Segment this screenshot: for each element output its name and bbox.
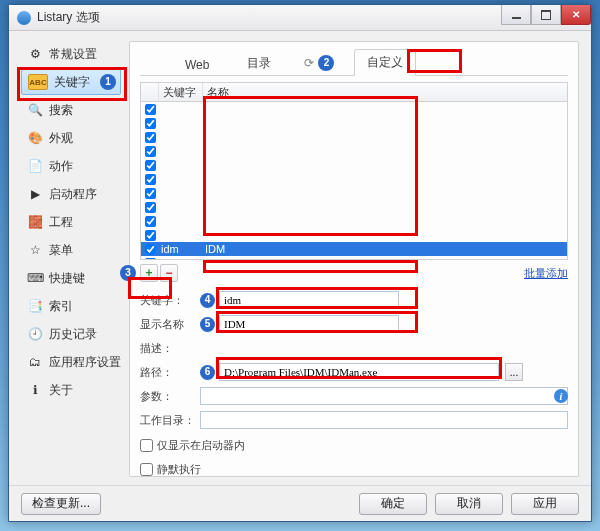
row-checkbox[interactable]: [145, 174, 156, 185]
cancel-button[interactable]: 取消: [435, 493, 503, 515]
check-update-button[interactable]: 检查更新...: [21, 493, 101, 515]
row-checkbox[interactable]: [145, 188, 156, 199]
sidebar-item-search[interactable]: 🔍 搜索: [21, 97, 121, 123]
gear-icon: ⚙: [27, 46, 43, 62]
tab-custom[interactable]: 自定义: [354, 49, 416, 76]
table-row-selected[interactable]: idmIDM: [141, 242, 567, 256]
button-label: 确定: [381, 496, 405, 510]
row-workdir: 工作目录：: [140, 410, 568, 430]
sidebar-item-about[interactable]: ℹ 关于: [21, 377, 121, 403]
sidebar-item-history[interactable]: 🕘 历史记录: [21, 321, 121, 347]
annotation-4: 4: [200, 293, 215, 308]
abc-icon: ABC: [28, 74, 48, 90]
table-row[interactable]: [141, 116, 567, 130]
row-checkbox[interactable]: [145, 132, 156, 143]
workdir-input[interactable]: [200, 411, 568, 429]
list-body[interactable]: idmIDM: [140, 102, 568, 260]
plus-icon: +: [145, 266, 152, 280]
tab-folders[interactable]: 目录: [234, 50, 284, 76]
label-displayname: 显示名称: [140, 317, 196, 332]
table-row[interactable]: [141, 200, 567, 214]
row-checkbox[interactable]: [145, 258, 156, 261]
desc-input[interactable]: [200, 339, 380, 357]
sidebar-item-label: 搜索: [49, 102, 73, 119]
sidebar-item-index[interactable]: 📑 索引: [21, 293, 121, 319]
table-row[interactable]: [141, 102, 567, 116]
sidebar-item-appearance[interactable]: 🎨 外观: [21, 125, 121, 151]
row-checkbox[interactable]: [145, 146, 156, 157]
annotation-2: 2: [318, 55, 334, 71]
sidebar-item-keywords[interactable]: ABC 关键字 1: [21, 69, 121, 95]
table-row[interactable]: [141, 214, 567, 228]
row-checkbox[interactable]: [145, 118, 156, 129]
ok-button[interactable]: 确定: [359, 493, 427, 515]
sidebar-item-general[interactable]: ⚙ 常规设置: [21, 41, 121, 67]
row-checkbox[interactable]: [145, 202, 156, 213]
label-path: 路径：: [140, 365, 196, 380]
path-input[interactable]: [219, 363, 499, 381]
row-checkbox[interactable]: [145, 230, 156, 241]
sidebar-item-label: 快捷键: [49, 270, 85, 287]
star-icon: ☆: [27, 242, 43, 258]
row-params: 参数： i: [140, 386, 568, 406]
row-admin: 以管理员权限执行: [140, 484, 568, 485]
table-row[interactable]: [141, 186, 567, 200]
row-displayname: 显示名称 5: [140, 314, 568, 334]
window-frame: Listary 选项 ⚙ 常规设置 ABC 关键字 1 🔍 搜索 🎨: [8, 4, 592, 522]
row-checkbox[interactable]: [145, 104, 156, 115]
label-keyword: 关键字：: [140, 293, 196, 308]
sidebar-item-label: 关键字: [54, 74, 90, 91]
sidebar-item-label: 关于: [49, 382, 73, 399]
sidebar-item-label: 常规设置: [49, 46, 97, 63]
row-checkbox[interactable]: [145, 216, 156, 227]
table-row[interactable]: [141, 172, 567, 186]
button-label: 应用: [533, 496, 557, 510]
sidebar-item-launch[interactable]: ▶ 启动程序: [21, 181, 121, 207]
table-row[interactable]: [141, 256, 567, 260]
col-keyword[interactable]: 关键字: [159, 83, 203, 101]
sidebar-item-appsettings[interactable]: 🗂 应用程序设置: [21, 349, 121, 375]
minimize-button[interactable]: [501, 5, 531, 25]
sidebar-item-projects[interactable]: 🧱 工程: [21, 209, 121, 235]
tab-label: Web: [185, 58, 209, 72]
table-row[interactable]: [141, 144, 567, 158]
sidebar-item-menu[interactable]: ☆ 菜单: [21, 237, 121, 263]
app-icon: [17, 11, 31, 25]
annotation-3: 3: [120, 265, 136, 281]
sidebar-item-label: 菜单: [49, 242, 73, 259]
displayname-input[interactable]: [219, 315, 399, 333]
info-icon[interactable]: i: [554, 389, 568, 403]
tab-web[interactable]: Web: [172, 53, 222, 76]
add-button[interactable]: +: [140, 264, 158, 282]
search-icon: 🔍: [27, 102, 43, 118]
row-only-launcher: 仅显示在启动器内: [140, 436, 568, 454]
silent-checkbox[interactable]: [140, 463, 153, 476]
maximize-button[interactable]: [531, 5, 561, 25]
document-icon: 📄: [27, 158, 43, 174]
table-row[interactable]: [141, 130, 567, 144]
remove-button[interactable]: −: [160, 264, 178, 282]
row-checkbox[interactable]: [145, 244, 156, 255]
annotation-2-slot: ⟳ 2: [296, 51, 342, 75]
footer: 检查更新... 确定 取消 应用: [9, 485, 591, 521]
keyword-input[interactable]: [219, 291, 399, 309]
apps-icon: 🗂: [27, 354, 43, 370]
button-label: 取消: [457, 496, 481, 510]
close-button[interactable]: [561, 5, 591, 25]
apply-button[interactable]: 应用: [511, 493, 579, 515]
row-checkbox[interactable]: [145, 160, 156, 171]
batch-add-link[interactable]: 批量添加: [524, 266, 568, 281]
col-name[interactable]: 名称: [203, 83, 567, 101]
table-row[interactable]: [141, 228, 567, 242]
info-icon: ℹ: [27, 382, 43, 398]
sidebar-item-actions[interactable]: 📄 动作: [21, 153, 121, 179]
sidebar-item-label: 工程: [49, 214, 73, 231]
sidebar-item-label: 应用程序设置: [49, 354, 121, 371]
only-launcher-checkbox[interactable]: [140, 439, 153, 452]
table-row[interactable]: [141, 158, 567, 172]
sidebar-item-hotkeys[interactable]: ⌨ 快捷键: [21, 265, 121, 291]
browse-button[interactable]: ...: [505, 363, 523, 381]
history-icon: 🕘: [27, 326, 43, 342]
params-input[interactable]: [200, 387, 568, 405]
row-keyword: 关键字： 4: [140, 290, 568, 310]
